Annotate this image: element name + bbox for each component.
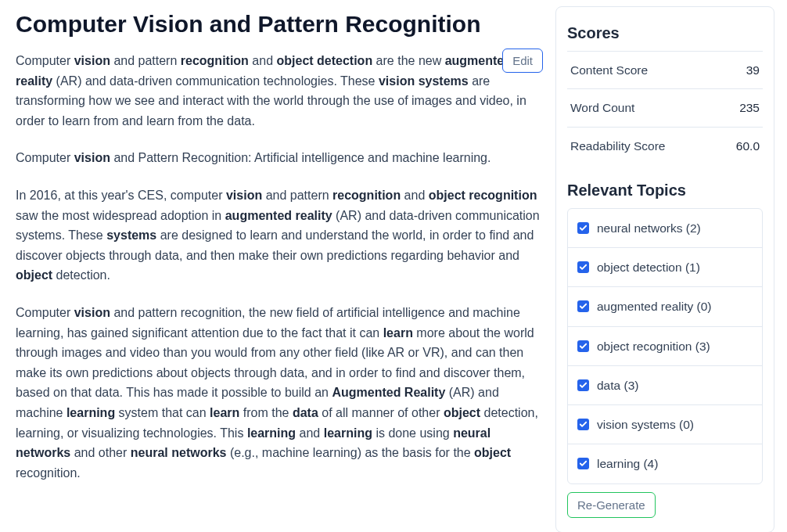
edit-button[interactable]: Edit xyxy=(502,49,543,73)
article-paragraph: In 2016, at this year's CES, computer vi… xyxy=(16,185,543,286)
topic-row: object detection (1) xyxy=(568,248,762,287)
score-value: 60.0 xyxy=(736,137,760,155)
topic-row: learning (4) xyxy=(568,444,762,483)
sidebar-panel: Scores Content Score39Word Count235Reada… xyxy=(555,6,774,532)
article-body: Computer vision and pattern recognition … xyxy=(16,51,543,483)
topic-label: vision systems (0) xyxy=(597,415,694,433)
score-value: 235 xyxy=(739,99,760,117)
topic-checkbox[interactable] xyxy=(577,300,589,312)
article-paragraph: Computer vision and pattern recognition,… xyxy=(16,303,543,483)
topic-label: data (3) xyxy=(597,376,638,394)
topic-checkbox[interactable] xyxy=(577,222,589,234)
score-row: Content Score39 xyxy=(567,51,763,88)
topic-checkbox[interactable] xyxy=(577,379,589,391)
topic-label: object recognition (3) xyxy=(597,337,710,355)
article-paragraph: Computer vision and pattern recognition … xyxy=(16,51,543,131)
score-label: Readability Score xyxy=(570,137,665,155)
scores-heading: Scores xyxy=(567,21,763,45)
article-panel: Computer Vision and Pattern Recognition … xyxy=(16,6,543,532)
topic-label: neural networks (2) xyxy=(597,219,701,237)
topic-checkbox[interactable] xyxy=(577,419,589,430)
score-label: Word Count xyxy=(570,99,634,117)
score-value: 39 xyxy=(746,61,760,79)
topic-checkbox[interactable] xyxy=(577,261,589,273)
score-list: Content Score39Word Count235Readability … xyxy=(567,51,763,164)
topic-row: vision systems (0) xyxy=(568,405,762,444)
topics-heading: Relevant Topics xyxy=(567,178,763,202)
topic-label: augmented reality (0) xyxy=(597,297,711,315)
topics-list: neural networks (2)object detection (1)a… xyxy=(567,208,763,484)
topic-row: augmented reality (0) xyxy=(568,287,762,326)
topic-label: object detection (1) xyxy=(597,258,700,276)
topic-checkbox[interactable] xyxy=(577,458,589,469)
topic-row: neural networks (2) xyxy=(568,209,762,248)
article-title: Computer Vision and Pattern Recognition xyxy=(16,6,543,41)
score-label: Content Score xyxy=(570,61,648,79)
topic-checkbox[interactable] xyxy=(577,340,589,352)
score-row: Word Count235 xyxy=(567,88,763,126)
topic-row: data (3) xyxy=(568,366,762,405)
regenerate-button[interactable]: Re-Generate xyxy=(567,492,656,518)
score-row: Readability Score60.0 xyxy=(567,127,763,164)
topic-label: learning (4) xyxy=(597,455,658,473)
article-paragraph: Computer vision and Pattern Recognition:… xyxy=(16,148,543,168)
topic-row: object recognition (3) xyxy=(568,327,762,366)
